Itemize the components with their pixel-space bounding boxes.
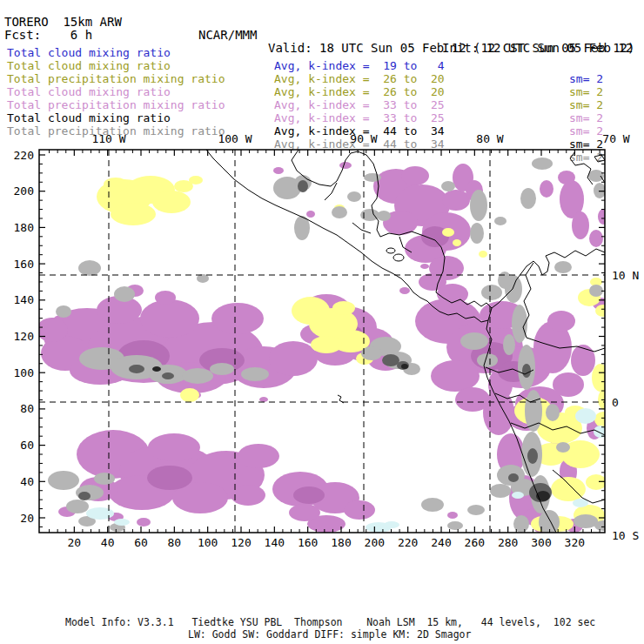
latitude-label: 10 N (612, 269, 639, 282)
x-tick-label: 80 (168, 536, 182, 549)
x-tick-label: 40 (101, 536, 115, 549)
longitude-label: 70 W (602, 132, 629, 145)
y-tick-label: 100 (14, 366, 34, 379)
x-tick-label: 100 (198, 536, 218, 549)
y-tick-label: 200 (14, 184, 34, 198)
longitude-label: 90 W (350, 132, 377, 145)
longitude-label: 80 W (476, 132, 503, 145)
latitude-label: 10 S (612, 529, 639, 542)
x-tick-label: 20 (68, 536, 82, 549)
y-tick-label: 120 (14, 330, 34, 343)
lake-nicaragua (393, 254, 404, 261)
lake-managua (386, 248, 395, 253)
x-tick-label: 320 (565, 536, 585, 549)
x-tick-label: 60 (134, 536, 148, 549)
y-tick-label: 140 (14, 293, 34, 306)
shaded-field-layers (37, 158, 612, 534)
y-tick-label: 80 (20, 402, 34, 415)
x-tick-label: 240 (431, 536, 451, 549)
weather-model-plot-page: TORERO 15km ARW NCAR/MMM Init: 12 UTC Su… (0, 0, 644, 644)
model-info-line-2: LW: Godd SW: Goddard DIFF: simple KM: 2D… (188, 628, 641, 641)
model-info-line-1: Model Info: V3.3.1 Tiedtke YSU PBL Thomp… (65, 616, 640, 628)
x-tick-label: 120 (231, 536, 251, 549)
x-tick-label: 220 (398, 536, 418, 549)
y-tick-label: 160 (14, 258, 34, 271)
y-tick-label: 220 (14, 149, 34, 162)
longitude-label: 100 W (218, 132, 252, 145)
y-tick-label: 180 (14, 221, 34, 234)
latitude-label: 0 (612, 396, 619, 409)
y-tick-label: 60 (20, 439, 34, 452)
x-tick-label: 260 (465, 536, 485, 549)
x-tick-label: 280 (498, 536, 518, 549)
x-tick-label: 160 (298, 536, 318, 549)
longitude-label: 110 W (91, 132, 125, 145)
x-tick-label: 180 (331, 536, 351, 549)
x-tick-label: 300 (531, 536, 551, 549)
x-tick-label: 140 (265, 536, 285, 549)
map-plot: 2040608010012014016018020022024026028030… (0, 0, 644, 644)
y-tick-label: 20 (20, 512, 34, 525)
y-tick-label: 40 (20, 475, 34, 488)
x-tick-label: 200 (365, 536, 385, 549)
